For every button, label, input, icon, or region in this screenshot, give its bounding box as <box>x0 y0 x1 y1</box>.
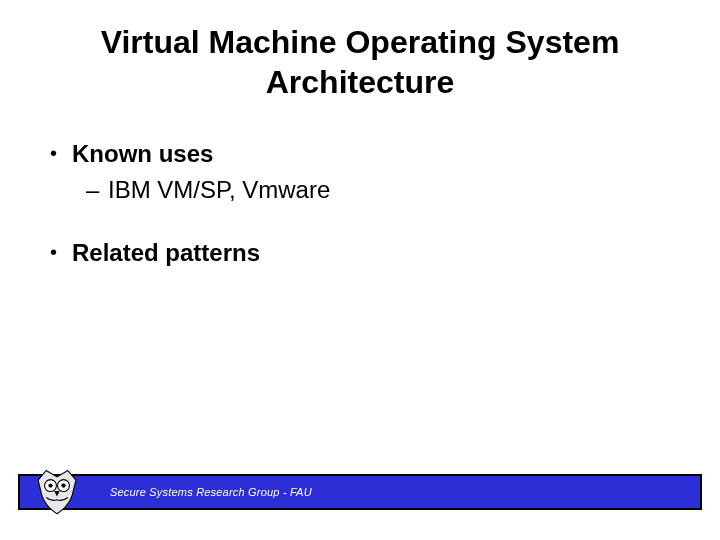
bullet-dot-icon: • <box>50 237 72 267</box>
bullet-related-patterns: • Related patterns <box>50 237 670 269</box>
title-line-1: Virtual Machine Operating System <box>101 24 620 60</box>
dash-icon: – <box>86 174 108 206</box>
slide-body: • Known uses – IBM VM/SP, Vmware • Relat… <box>0 102 720 269</box>
footer-bar: Secure Systems Research Group - FAU <box>18 474 702 510</box>
bullet-dot-icon: • <box>50 138 72 168</box>
svg-point-3 <box>61 483 65 487</box>
subbullet-ibm-vmware: – IBM VM/SP, Vmware <box>50 174 670 206</box>
svg-point-2 <box>48 483 52 487</box>
bullet-text: Related patterns <box>72 237 260 269</box>
bullet-text: Known uses <box>72 138 213 170</box>
owl-logo-icon <box>30 464 84 518</box>
slide-title: Virtual Machine Operating System Archite… <box>0 0 720 102</box>
bullet-known-uses: • Known uses <box>50 138 670 170</box>
slide: Virtual Machine Operating System Archite… <box>0 0 720 540</box>
title-line-2: Architecture <box>266 64 455 100</box>
subbullet-text: IBM VM/SP, Vmware <box>108 174 330 206</box>
